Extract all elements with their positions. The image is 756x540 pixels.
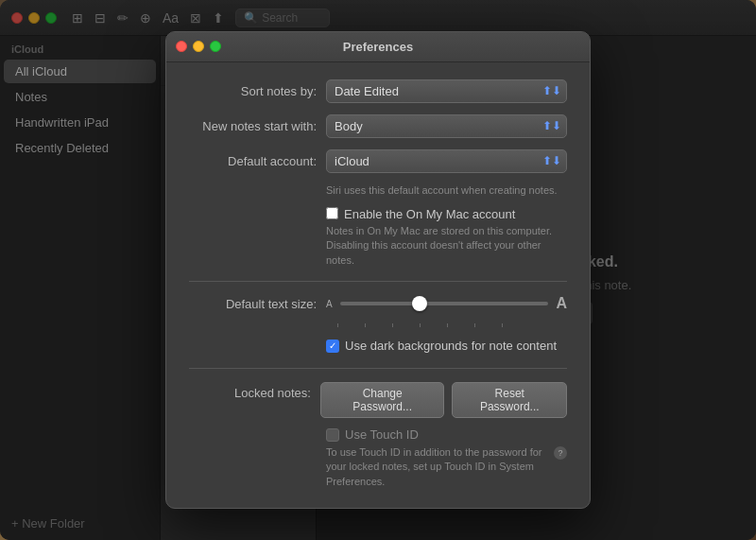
on-my-mac-section: Enable the On My Mac account Notes in On… [326, 207, 567, 268]
preferences-body: Sort notes by: Date Edited Date Created … [166, 62, 590, 508]
help-icon[interactable]: ? [554, 446, 567, 460]
touch-id-description: To use Touch ID in addition to the passw… [326, 445, 567, 489]
preferences-window: Preferences Sort notes by: Date Edited D… [165, 31, 591, 509]
divider-1 [189, 281, 567, 282]
preferences-titlebar: Preferences [166, 32, 590, 62]
slider-ticks [337, 323, 567, 327]
sort-notes-select[interactable]: Date Edited Date Created Title [326, 79, 567, 103]
dark-background-label: Use dark backgrounds for note content [345, 339, 557, 353]
reset-password-button[interactable]: Reset Password... [452, 382, 567, 418]
divider-2 [189, 368, 567, 369]
siri-note: Siri uses this default account when crea… [326, 184, 567, 196]
slider-tick-3 [392, 323, 393, 327]
locked-notes-label: Locked notes: [189, 382, 320, 400]
touch-id-label: Use Touch ID [345, 427, 419, 442]
default-account-row: Default account: iCloud On My Mac ⬆⬇ [189, 149, 567, 173]
slider-tick-2 [365, 323, 366, 327]
pref-maximize-button[interactable] [210, 41, 221, 52]
on-my-mac-description: Notes in On My Mac are stored on this co… [326, 224, 567, 268]
on-my-mac-label: Enable the On My Mac account [344, 207, 515, 221]
dark-background-checkbox[interactable]: ✓ [326, 340, 339, 353]
slider-tick-7 [502, 323, 503, 327]
pref-minimize-button[interactable] [193, 41, 204, 52]
default-account-select-wrapper: iCloud On My Mac ⬆⬇ [326, 149, 567, 173]
locked-notes-buttons: Change Password... Reset Password... [320, 382, 567, 418]
slider-container: A A [326, 295, 567, 312]
small-a-label: A [326, 299, 333, 309]
new-notes-label: New notes start with: [189, 119, 326, 133]
modal-overlay: Preferences Sort notes by: Date Edited D… [0, 0, 756, 540]
text-size-slider-thumb[interactable] [412, 296, 427, 311]
text-size-slider-track[interactable] [340, 302, 549, 305]
slider-tick-4 [420, 323, 421, 327]
default-account-label: Default account: [189, 154, 326, 168]
touch-id-desc-text: To use Touch ID in addition to the passw… [326, 445, 550, 489]
default-account-select[interactable]: iCloud On My Mac [326, 149, 567, 173]
sort-notes-row: Sort notes by: Date Edited Date Created … [189, 79, 567, 103]
slider-tick-5 [447, 323, 448, 327]
text-size-label: Default text size: [189, 297, 326, 311]
sort-notes-label: Sort notes by: [189, 84, 326, 98]
pref-close-button[interactable] [176, 41, 187, 52]
large-a-label: A [556, 295, 567, 312]
change-password-button[interactable]: Change Password... [320, 382, 445, 418]
slider-tick-1 [337, 323, 338, 327]
touch-id-section: Use Touch ID To use Touch ID in addition… [326, 427, 567, 489]
checkmark-icon: ✓ [329, 340, 336, 351]
new-notes-row: New notes start with: Body Title Note ⬆⬇ [189, 114, 567, 138]
preferences-title: Preferences [343, 40, 413, 54]
on-my-mac-checkbox-line: Enable the On My Mac account [326, 207, 567, 221]
new-notes-select[interactable]: Body Title Note [326, 114, 567, 138]
slider-tick-6 [474, 323, 475, 327]
on-my-mac-checkbox[interactable] [326, 207, 338, 219]
dark-background-row: ✓ Use dark backgrounds for note content [326, 339, 567, 353]
locked-notes-row: Locked notes: Change Password... Reset P… [189, 382, 567, 418]
text-size-row: Default text size: A A [189, 295, 567, 312]
touch-id-checkbox[interactable] [326, 428, 339, 442]
new-notes-select-wrapper: Body Title Note ⬆⬇ [326, 114, 567, 138]
sort-notes-select-wrapper: Date Edited Date Created Title ⬆⬇ [326, 79, 567, 103]
touch-id-checkbox-line: Use Touch ID [326, 427, 567, 442]
pref-traffic-lights [176, 41, 221, 52]
